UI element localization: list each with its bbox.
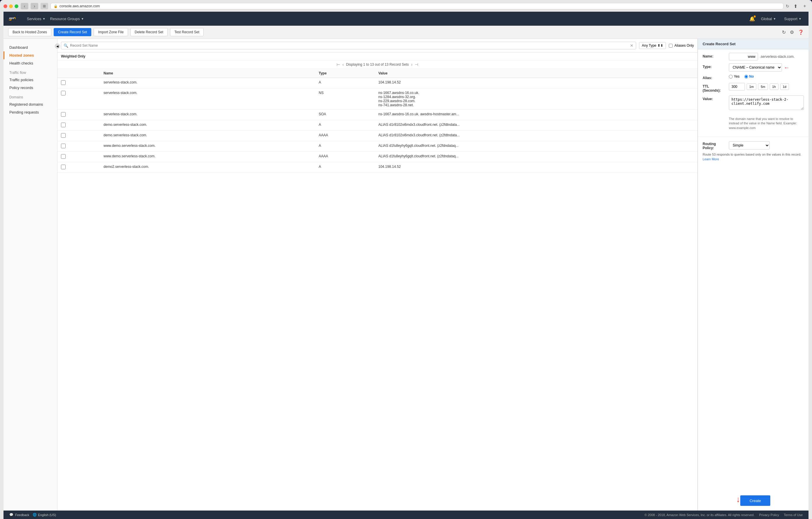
- globe-icon: 🌐: [33, 513, 37, 517]
- row-checkbox-cell[interactable]: [57, 120, 100, 131]
- alias-no-radio[interactable]: [744, 75, 748, 79]
- row-checkbox-cell[interactable]: [57, 141, 100, 152]
- traffic-flow-section-label: Traffic flow: [3, 67, 57, 76]
- panel-spacer: [698, 165, 809, 490]
- alias-only-checkbox[interactable]: [669, 44, 673, 48]
- record-set-name-input[interactable]: [70, 44, 628, 48]
- create-record-set-button[interactable]: Create Record Set: [54, 28, 91, 36]
- value-column-header: Value: [375, 69, 697, 78]
- forward-nav-button[interactable]: ›: [31, 3, 38, 9]
- row-checkbox[interactable]: [61, 144, 66, 148]
- table-row[interactable]: demo.serverless-stack.com. AAAA ALIAS d1…: [57, 131, 697, 141]
- alias-no-option[interactable]: No: [744, 75, 754, 79]
- table-row[interactable]: www.demo.serverless-stack.com. A ALIAS d…: [57, 141, 697, 152]
- ttl-form-row: TTL (Seconds): 1m 5m 1h 1d: [703, 83, 804, 92]
- services-nav[interactable]: Services ▼: [25, 16, 48, 22]
- support-nav[interactable]: Support ▼: [782, 16, 804, 22]
- footer-right: © 2008 - 2018, Amazon Web Services, Inc.…: [645, 513, 803, 517]
- terms-of-use-link[interactable]: Terms of Use: [784, 513, 803, 517]
- language-selector[interactable]: 🌐 English (US): [33, 513, 56, 517]
- back-nav-button[interactable]: ‹: [21, 3, 28, 9]
- row-checkbox[interactable]: [61, 80, 66, 85]
- sidebar-item-policy-records[interactable]: Policy records: [3, 84, 57, 92]
- reload-button[interactable]: ↻: [786, 4, 789, 8]
- sidebar-item-health-checks[interactable]: Health checks: [3, 59, 57, 67]
- tab-view-button[interactable]: ⊞: [40, 3, 48, 9]
- row-checkbox-cell[interactable]: [57, 162, 100, 173]
- sidebar-item-pending-requests[interactable]: Pending requests: [3, 108, 57, 116]
- type-arrow-indicator: ←: [784, 64, 789, 71]
- prev-page-button[interactable]: ‹: [342, 62, 344, 67]
- next-page-button[interactable]: ›: [411, 62, 412, 67]
- row-checkbox[interactable]: [61, 91, 66, 95]
- sidebar-item-hosted-zones[interactable]: Hosted zones: [3, 51, 57, 59]
- records-table-container: Name Type Value serverless-stack.com. A …: [57, 69, 697, 511]
- value-textarea[interactable]: https://serverless-stack-2-client.netlif…: [729, 95, 804, 110]
- sidebar-collapse-button[interactable]: ◀: [55, 44, 60, 49]
- table-row[interactable]: www.demo.serverless-stack.com. AAAA ALIA…: [57, 152, 697, 162]
- row-checkbox[interactable]: [61, 165, 66, 169]
- learn-more-link[interactable]: Learn More: [703, 157, 719, 161]
- row-checkbox-cell[interactable]: [57, 131, 100, 141]
- alias-yes-radio[interactable]: [729, 75, 733, 79]
- sidebar-item-dashboard[interactable]: Dashboard: [3, 44, 57, 51]
- row-checkbox-cell[interactable]: [57, 110, 100, 120]
- back-to-hosted-zones-button[interactable]: Back to Hosted Zones: [8, 28, 51, 36]
- row-checkbox[interactable]: [61, 122, 66, 127]
- table-row[interactable]: serverless-stack.com. NS ns-1667.awsdns-…: [57, 88, 697, 110]
- import-zone-file-button[interactable]: Import Zone File: [94, 28, 128, 36]
- privacy-policy-link[interactable]: Privacy Policy: [759, 513, 779, 517]
- ttl-1d-button[interactable]: 1d: [780, 83, 789, 90]
- create-btn-container: ↓ Create: [698, 490, 809, 511]
- table-row[interactable]: serverless-stack.com. SOA ns-1667.awsdns…: [57, 110, 697, 120]
- row-checkbox[interactable]: [61, 133, 66, 138]
- type-select[interactable]: Any Type ⬆⬇: [639, 42, 666, 49]
- name-form-row: Name: .serverless-stack.com.: [703, 53, 804, 60]
- ttl-1h-button[interactable]: 1h: [770, 83, 779, 90]
- delete-record-set-button[interactable]: Delete Record Set: [130, 28, 168, 36]
- clear-search-icon[interactable]: ✕: [630, 43, 634, 48]
- row-checkbox[interactable]: [61, 112, 66, 117]
- notifications-button[interactable]: 🔔: [749, 16, 755, 22]
- last-page-button[interactable]: ⊣: [415, 62, 418, 67]
- refresh-icon[interactable]: ↻: [782, 29, 786, 35]
- close-button[interactable]: [3, 4, 7, 8]
- row-type: SOA: [315, 110, 375, 120]
- help-icon[interactable]: ❓: [798, 29, 804, 35]
- aws-logo[interactable]: aws: [8, 15, 19, 22]
- row-checkbox-cell[interactable]: [57, 88, 100, 110]
- table-row[interactable]: demo.serverless-stack.com. A ALIAS d1r81…: [57, 120, 697, 131]
- lock-icon: 🔒: [54, 4, 58, 8]
- routing-policy-select[interactable]: Simple Weighted Latency Failover Geoloca…: [729, 141, 770, 149]
- pagination-text: Displaying 1 to 13 out of 13 Record Sets: [346, 62, 409, 66]
- sidebar-item-registered-domains[interactable]: Registered domains: [3, 101, 57, 108]
- global-nav[interactable]: Global ▼: [759, 16, 778, 22]
- ttl-input[interactable]: [729, 83, 745, 90]
- maximize-button[interactable]: [14, 4, 18, 8]
- test-record-set-button[interactable]: Test Record Set: [170, 28, 204, 36]
- type-select-input[interactable]: CNAME – Canonical name A – IPv4 address …: [729, 63, 782, 72]
- name-input[interactable]: [729, 53, 758, 60]
- sidebar-item-traffic-policies[interactable]: Traffic policies: [3, 76, 57, 84]
- new-tab-button[interactable]: +: [801, 3, 809, 9]
- alias-yes-option[interactable]: Yes: [729, 75, 740, 79]
- address-bar[interactable]: 🔒 console.aws.amazon.com: [51, 3, 783, 9]
- row-checkbox-cell[interactable]: [57, 78, 100, 88]
- action-icons: ↻ ⚙ ❓: [782, 29, 804, 35]
- table-row[interactable]: demo2.serverless-stack.com. A 104.198.14…: [57, 162, 697, 173]
- row-checkbox-cell[interactable]: [57, 152, 100, 162]
- ttl-1m-button[interactable]: 1m: [747, 83, 756, 90]
- row-value: ALIAS d1r8102xi6mdx3.cloudfront.net. (z2…: [375, 120, 697, 131]
- row-type: NS: [315, 88, 375, 110]
- ttl-5m-button[interactable]: 5m: [758, 83, 768, 90]
- create-button[interactable]: Create: [740, 495, 770, 506]
- feedback-button[interactable]: 💬 Feedback: [9, 513, 29, 517]
- table-row[interactable]: serverless-stack.com. A 104.198.14.52: [57, 78, 697, 88]
- resource-groups-nav[interactable]: Resource Groups ▼: [48, 16, 86, 22]
- row-checkbox[interactable]: [61, 154, 66, 159]
- type-label: Type:: [703, 63, 726, 69]
- share-button[interactable]: ⬆: [791, 3, 799, 9]
- first-page-button[interactable]: ⊢: [337, 62, 340, 67]
- minimize-button[interactable]: [9, 4, 13, 8]
- settings-icon[interactable]: ⚙: [790, 29, 794, 35]
